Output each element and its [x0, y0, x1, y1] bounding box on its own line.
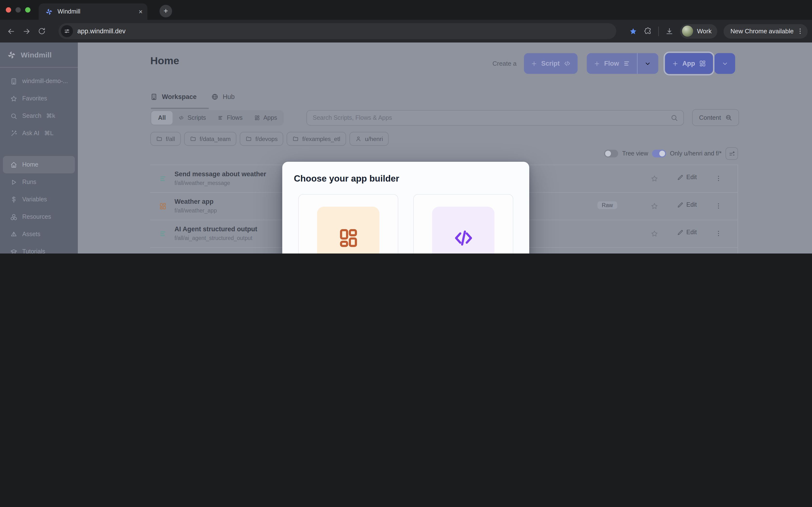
chip-f-all[interactable]: f/all: [150, 132, 181, 146]
filter-apps[interactable]: Apps: [248, 111, 283, 125]
card-lowcode[interactable]: Low-code AppDrag-and-drop UI builder wit…: [298, 194, 398, 253]
row-menu-icon[interactable]: [715, 230, 722, 237]
chip-f-devops[interactable]: f/devops: [240, 132, 284, 146]
sidebar-item-runs[interactable]: Runs: [3, 173, 75, 191]
app-type-icon: [159, 202, 167, 210]
play-icon: [10, 178, 17, 186]
search-box: [306, 110, 684, 125]
filter-label: Flows: [227, 114, 242, 121]
sidebar-item-search[interactable]: Search⌘k: [3, 107, 75, 125]
url-text: app.windmill.dev: [77, 27, 126, 35]
windmill-pinwheel-icon: [7, 50, 16, 60]
sidebar-item-variables[interactable]: Variables: [3, 191, 75, 208]
logo-label: Windmill: [21, 51, 52, 59]
download-icon[interactable]: [665, 27, 674, 36]
row-menu-icon[interactable]: [715, 202, 722, 210]
new-tab-button[interactable]: +: [159, 5, 172, 17]
active-tab-underline: [151, 108, 209, 109]
sidebar-item-resources[interactable]: Resources: [3, 208, 75, 225]
flow-icon: [217, 115, 223, 121]
sidebar-item-tutorials[interactable]: Tutorials: [3, 243, 75, 253]
browser-window: Windmill × + app.windmill.dev Work New C…: [0, 0, 812, 253]
favorite-star-icon[interactable]: [651, 175, 658, 182]
gradcap-icon: [10, 248, 17, 253]
edit-button[interactable]: Edit: [677, 201, 697, 208]
search-icon: [10, 112, 17, 119]
tree-view-toggle[interactable]: [604, 150, 618, 157]
sidebar: Windmill windmill-demo-...FavoritesSearc…: [0, 43, 78, 253]
sidebar-item-label: Home: [22, 161, 39, 168]
tree-view-label: Tree view: [622, 150, 648, 157]
globe-icon: [211, 93, 218, 100]
close-window-button[interactable]: [6, 7, 11, 12]
edit-button[interactable]: Edit: [677, 174, 697, 181]
create-actions: Create a ScriptFlowApp: [493, 53, 735, 74]
sidebar-item-windmill-demo[interactable]: windmill-demo-...: [3, 72, 75, 90]
shortcut-label: ⌘k: [46, 113, 55, 119]
reload-icon[interactable]: [38, 27, 46, 35]
sidebar-item-home[interactable]: Home: [3, 156, 75, 173]
sidebar-item-label: Favorites: [22, 95, 47, 102]
row-menu-icon[interactable]: [715, 175, 722, 182]
bookmark-icon[interactable]: [629, 27, 638, 36]
chip-label: u/henri: [365, 135, 383, 142]
back-icon[interactable]: [7, 27, 15, 36]
list-settings-button[interactable]: [725, 147, 738, 160]
flow-type-icon: [159, 230, 167, 237]
create-app-dropdown-button[interactable]: [714, 53, 735, 74]
gridapp-icon: [337, 227, 359, 249]
kebab-menu-icon[interactable]: [797, 27, 804, 35]
minimize-window-button[interactable]: [15, 7, 21, 12]
create-flow-dropdown-button[interactable]: [638, 53, 658, 74]
extensions-puzzle-icon[interactable]: [644, 27, 652, 35]
edit-label: Edit: [686, 201, 697, 208]
only-filter-toggle[interactable]: [652, 150, 666, 157]
search-input[interactable]: [307, 111, 683, 125]
chip-f-examples-etl[interactable]: f/examples_etl: [287, 132, 346, 146]
zoom-window-button[interactable]: [25, 7, 31, 12]
tab-workspace[interactable]: Workspace: [150, 90, 197, 103]
close-tab-icon[interactable]: ×: [139, 8, 143, 15]
create-app-button[interactable]: App: [665, 53, 713, 74]
dollar-icon: [10, 196, 17, 203]
forward-icon[interactable]: [22, 27, 31, 36]
page-title: Home: [150, 55, 179, 67]
create-flow-button[interactable]: Flow: [587, 53, 637, 74]
update-chrome-button[interactable]: New Chrome available: [723, 24, 808, 38]
create-script-button[interactable]: Script: [524, 53, 577, 74]
wand-icon: [10, 130, 17, 137]
windmill-logo[interactable]: Windmill: [0, 43, 78, 68]
content-search-button[interactable]: Content: [692, 109, 739, 126]
filter-label: Scripts: [188, 114, 206, 121]
chip-f-data-team[interactable]: f/data_team: [184, 132, 237, 146]
edit-button[interactable]: Edit: [677, 229, 697, 236]
browser-tab[interactable]: Windmill ×: [39, 3, 147, 20]
browser-toolbar: app.windmill.dev Work New Chrome availab…: [0, 20, 812, 43]
filter-flows[interactable]: Flows: [212, 111, 248, 125]
url-bar[interactable]: app.windmill.dev: [58, 23, 616, 39]
chip-u-henri[interactable]: u/henri: [349, 132, 389, 146]
filter-scripts[interactable]: Scripts: [172, 111, 212, 125]
card-fullcode[interactable]: Full-code AppBuild with React or Svelte …: [413, 194, 513, 253]
sidebar-item-assets[interactable]: Assets: [3, 225, 75, 243]
favorite-star-icon[interactable]: [651, 230, 658, 237]
button-label: App: [682, 60, 695, 67]
create-a-label: Create a: [493, 60, 517, 67]
shortcut-label: ⌘L: [44, 130, 54, 137]
sidebar-item-label: windmill-demo-...: [22, 78, 68, 84]
window-controls[interactable]: [6, 7, 31, 12]
profile-chip[interactable]: Work: [680, 24, 717, 38]
site-info-icon[interactable]: [61, 25, 73, 37]
kind-filter: AllScriptsFlowsApps: [150, 110, 284, 125]
flow-type-icon: [159, 175, 167, 182]
tab-hub[interactable]: Hub: [211, 90, 235, 103]
sidebar-item-favorites[interactable]: Favorites: [3, 90, 75, 107]
profile-label: Work: [697, 27, 711, 35]
favorite-star-icon[interactable]: [651, 202, 658, 210]
folder-icon: [190, 136, 196, 142]
tab-label: Workspace: [162, 93, 197, 100]
code-icon: [452, 227, 474, 249]
sidebar-item-ask-ai[interactable]: Ask AI⌘L: [3, 125, 75, 142]
filter-all[interactable]: All: [151, 111, 172, 125]
code-icon: [179, 115, 184, 121]
